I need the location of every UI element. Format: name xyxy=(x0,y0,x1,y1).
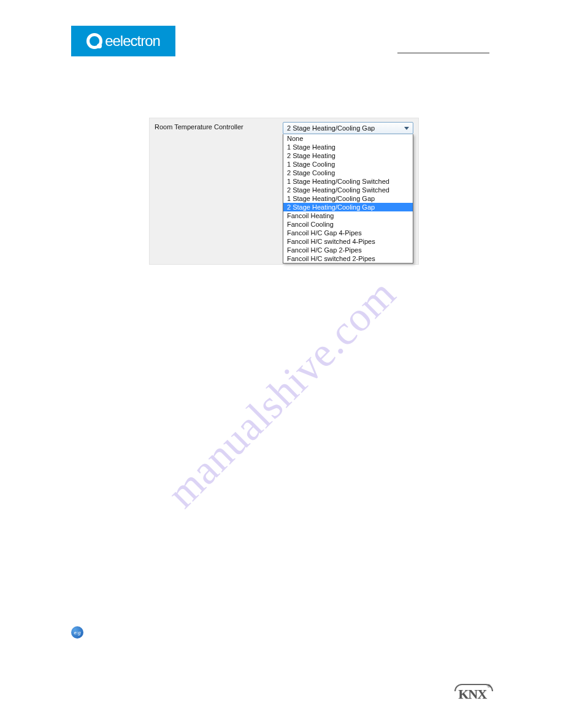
combobox-option[interactable]: Fancoil Cooling xyxy=(283,220,413,229)
row-label: Room Temperature Controller xyxy=(155,122,283,131)
room-temp-controller-select[interactable]: 2 Stage Heating/Cooling Gap None1 Stage … xyxy=(283,122,413,134)
combobox-option[interactable]: Fancoil Heating xyxy=(283,211,413,220)
combobox-option[interactable]: Fancoil H/C Gap 4-Pipes xyxy=(283,229,413,237)
knx-reg-mark: ® xyxy=(487,683,490,689)
brand-logo-icon xyxy=(86,33,102,49)
combobox-option[interactable]: 1 Stage Heating/Cooling Switched xyxy=(283,177,413,186)
knx-logo: KNX® xyxy=(458,686,489,702)
combobox-option[interactable]: 2 Stage Heating/Cooling Switched xyxy=(283,186,413,194)
combobox-option[interactable]: Fancoil H/C Gap 2-Pipes xyxy=(283,246,413,254)
config-row: Room Temperature Controller 2 Stage Heat… xyxy=(150,118,418,138)
footer-eg-icon: e:g xyxy=(71,626,83,639)
header-rule xyxy=(397,53,489,53)
combobox-option[interactable]: Fancoil H/C switched 2-Pipes xyxy=(283,254,413,263)
config-panel: Room Temperature Controller 2 Stage Heat… xyxy=(149,118,419,265)
combobox-option[interactable]: 1 Stage Heating/Cooling Gap xyxy=(283,194,413,203)
combobox-option[interactable]: 1 Stage Heating xyxy=(283,143,413,151)
brand-name: eelectron xyxy=(105,32,160,50)
combobox-listbox[interactable]: None1 Stage Heating2 Stage Heating1 Stag… xyxy=(283,134,413,264)
combobox-option[interactable]: 1 Stage Cooling xyxy=(283,160,413,169)
combobox-option[interactable]: 2 Stage Cooling xyxy=(283,169,413,177)
combobox-button[interactable]: 2 Stage Heating/Cooling Gap xyxy=(283,122,413,134)
combobox-option[interactable]: 2 Stage Heating xyxy=(283,151,413,160)
knx-label: KNX xyxy=(458,686,486,702)
combobox-option[interactable]: None xyxy=(283,134,413,143)
combobox-option[interactable]: Fancoil H/C switched 4-Pipes xyxy=(283,237,413,246)
combobox-option[interactable]: 2 Stage Heating/Cooling Gap xyxy=(283,203,413,211)
brand-logo: eelectron xyxy=(71,26,175,56)
watermark-text: manualshive.com xyxy=(158,269,405,517)
